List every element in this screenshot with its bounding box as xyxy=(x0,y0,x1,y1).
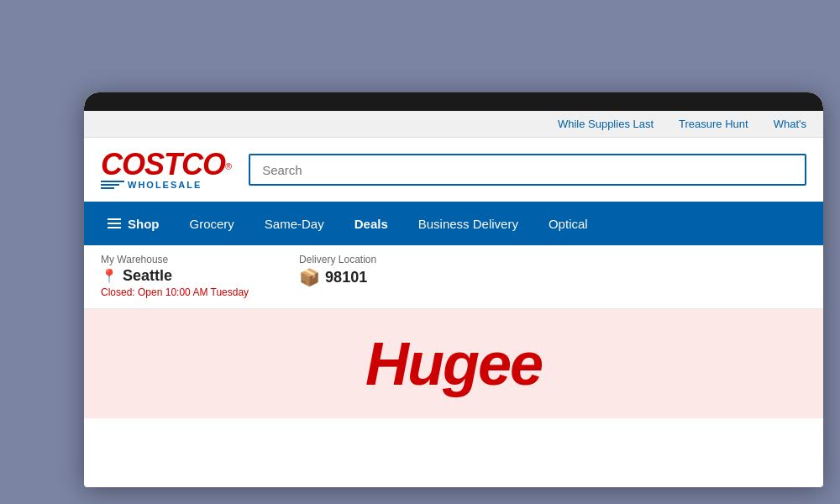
warehouse-status: Closed: Open 10:00 AM Tuesday xyxy=(101,286,249,298)
nav-item-same-day[interactable]: Same-Day xyxy=(249,202,339,245)
nav-optical-label: Optical xyxy=(549,217,588,231)
nav-item-shop[interactable]: Shop xyxy=(92,202,175,245)
logo-costco-text: COSTCO xyxy=(101,147,225,181)
warehouse-label: My Warehouse xyxy=(101,254,249,265)
warehouse-section: My Warehouse 📍 Seattle Closed: Open 10:0… xyxy=(101,254,249,298)
hero-banner: Hugee xyxy=(84,309,823,418)
hero-text: Hugee xyxy=(349,329,559,398)
warehouse-city: Seattle xyxy=(123,267,172,285)
logo-reg: ® xyxy=(225,161,232,171)
nav-grocery-label: Grocery xyxy=(190,217,234,231)
box-icon: 📦 xyxy=(299,267,320,287)
nav-deals-label: Deals xyxy=(354,217,388,231)
nav-shop-label: Shop xyxy=(128,217,160,231)
search-bar[interactable] xyxy=(249,154,806,186)
warehouse-value: 📍 Seattle xyxy=(101,267,249,285)
while-supplies-last-link[interactable]: While Supplies Last xyxy=(558,118,654,130)
location-bar: My Warehouse 📍 Seattle Closed: Open 10:0… xyxy=(84,245,823,309)
nav-item-business-delivery[interactable]: Business Delivery xyxy=(403,202,533,245)
search-input[interactable] xyxy=(250,155,805,184)
nav-business-delivery-label: Business Delivery xyxy=(418,217,518,231)
hamburger-icon xyxy=(108,218,121,228)
nav-same-day-label: Same-Day xyxy=(265,217,324,231)
nav-item-grocery[interactable]: Grocery xyxy=(175,202,249,245)
costco-logo[interactable]: COSTCO® WHOLESALE xyxy=(101,150,232,190)
bezel xyxy=(84,92,823,111)
top-nav: While Supplies Last Treasure Hunt What's xyxy=(84,111,823,138)
header: COSTCO® WHOLESALE xyxy=(84,138,823,202)
delivery-label: Delivery Location xyxy=(299,254,376,265)
treasure-hunt-link[interactable]: Treasure Hunt xyxy=(679,118,748,130)
main-nav: Shop Grocery Same-Day Deals Business Del… xyxy=(84,202,823,245)
whats-link[interactable]: What's xyxy=(774,118,806,130)
delivery-zip: 98101 xyxy=(325,269,367,286)
logo-wholesale-text: WHOLESALE xyxy=(128,180,202,190)
delivery-section: Delivery Location 📦 98101 xyxy=(299,254,376,287)
nav-item-deals[interactable]: Deals xyxy=(339,202,403,245)
logo-lines xyxy=(101,181,124,189)
nav-item-optical[interactable]: Optical xyxy=(533,202,603,245)
pin-icon: 📍 xyxy=(101,268,118,284)
delivery-value: 📦 98101 xyxy=(299,267,376,287)
browser-window: While Supplies Last Treasure Hunt What's… xyxy=(84,92,823,487)
